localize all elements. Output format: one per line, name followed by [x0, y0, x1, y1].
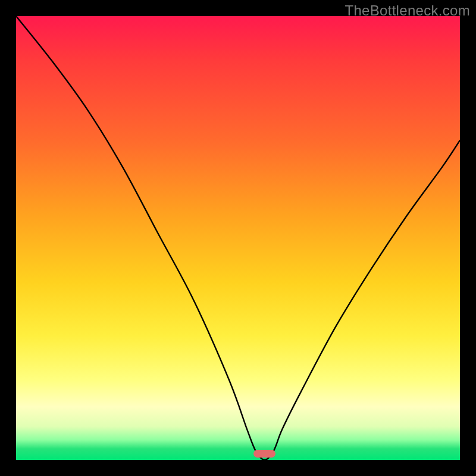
- watermark-text: TheBottleneck.com: [345, 2, 470, 19]
- chart-frame: TheBottleneck.com: [0, 0, 476, 476]
- optimal-marker: [253, 450, 275, 458]
- plot-area: [16, 16, 460, 460]
